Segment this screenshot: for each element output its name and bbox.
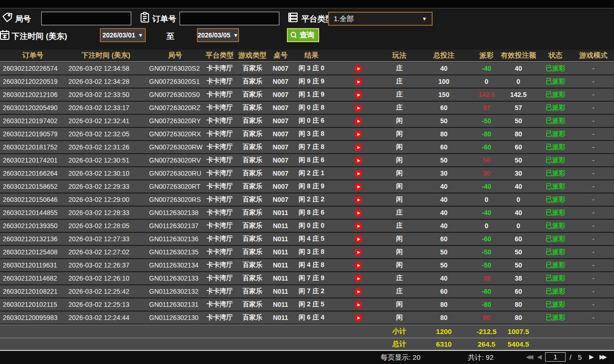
play-video-icon[interactable]: ▶ (354, 248, 362, 256)
order-id-cell: 260302120158652 (0, 183, 66, 190)
total-bet-cell: 50 (413, 248, 474, 256)
first-page-button[interactable]: ◀◀ (526, 353, 532, 360)
order-no-label: 订单号 (152, 14, 176, 24)
play-video-icon[interactable]: ▶ (354, 65, 362, 73)
order-id-cell: 260302120144855 (0, 209, 66, 216)
status-cell: 已派彩 (538, 182, 573, 191)
search-icon (290, 31, 298, 39)
round-id-cell: GN01126302137 (146, 222, 204, 230)
game-mode-cell: - (573, 222, 614, 230)
play-video-icon[interactable]: ▶ (354, 301, 362, 309)
video-replay-cell: ▶ (331, 248, 385, 256)
bet-time-cell: 2026-03-02 12:34:28 (66, 78, 146, 85)
result-cell: 闲 3 庄 8 (292, 130, 331, 138)
play-video-icon[interactable]: ▶ (354, 261, 362, 269)
play-video-icon[interactable]: ▶ (354, 91, 362, 99)
play-video-icon[interactable]: ▶ (354, 156, 362, 164)
video-replay-cell: ▶ (331, 183, 385, 191)
current-page-input[interactable] (545, 352, 566, 362)
bet-time-cell: 2026-03-02 12:28:05 (66, 222, 146, 230)
table-no-cell: N007 (270, 170, 292, 177)
grand-total-row: 总计6310264.55404.5 (0, 338, 614, 351)
platform-cell: 卡卡湾厅 (204, 261, 235, 269)
valid-bet-cell: 0 (499, 78, 538, 85)
page-size-label: 每页显示: 20 (381, 353, 420, 362)
play-video-icon[interactable]: ▶ (354, 170, 362, 178)
game-type-cell: 百家乐 (235, 287, 270, 296)
play-type-cell: 闲 (385, 300, 413, 309)
play-video-icon[interactable]: ▶ (354, 143, 362, 151)
round-no-input[interactable] (41, 12, 131, 25)
video-replay-cell: ▶ (331, 143, 385, 151)
column-header: 结果 (292, 51, 331, 60)
bet-time-cell: 2026-03-02 12:32:41 (66, 117, 146, 125)
next-page-button[interactable]: ▶ (589, 353, 594, 360)
table-body: 2603021202265742026-03-02 12:34:58GN0072… (0, 62, 614, 351)
result-cell: 闲 7 庄 8 (292, 143, 331, 151)
subtotal-row: 小计1200-212.51007.5 (0, 325, 614, 338)
play-video-icon[interactable]: ▶ (354, 275, 362, 282)
platform-cell: 卡卡湾厅 (204, 195, 235, 204)
order-no-input[interactable] (180, 12, 279, 25)
result-cell: 闲 7 庄 9 (292, 274, 331, 282)
play-video-icon[interactable]: ▶ (354, 209, 362, 217)
payout-cell: 30 (474, 170, 499, 177)
total-bet-cell: 40 (413, 196, 474, 203)
table-row: 2603021201662642026-03-02 12:30:10GN0072… (0, 167, 614, 180)
play-video-icon[interactable]: ▶ (354, 288, 362, 296)
payout-cell: 0 (474, 78, 499, 85)
order-id-cell: 260302120095983 (0, 314, 66, 321)
game-mode-cell: - (573, 261, 614, 269)
game-mode-cell: - (573, 196, 614, 203)
status-cell: 已派彩 (538, 77, 573, 86)
table-no-cell: N007 (270, 78, 292, 85)
play-type-cell: 闲 (385, 195, 413, 204)
platform-cell: 卡卡湾厅 (204, 130, 235, 138)
valid-bet-cell: 0 (499, 196, 538, 203)
play-video-icon[interactable]: ▶ (354, 130, 362, 138)
play-video-icon[interactable]: ▶ (354, 222, 362, 230)
search-button[interactable]: 查询 (287, 28, 319, 42)
valid-bet-cell: 50 (499, 261, 538, 269)
play-video-icon[interactable]: ▶ (354, 235, 362, 243)
round-id-cell: GN007263020S1 (146, 78, 204, 85)
status-cell: 已派彩 (538, 64, 573, 73)
last-page-button[interactable]: ▶▶ (599, 353, 605, 360)
play-video-icon[interactable]: ▶ (354, 183, 362, 191)
valid-bet-cell: 50 (499, 156, 538, 164)
payout-cell: -50 (474, 248, 499, 256)
table-row: 2603021201974022026-03-02 12:32:41GN0072… (0, 115, 614, 128)
prev-page-button[interactable]: ◀ (537, 353, 542, 360)
column-header: 桌号 (270, 51, 292, 60)
play-type-cell: 庄 (385, 222, 413, 230)
result-cell: 闲 4 庄 5 (292, 235, 331, 243)
table-no-cell: N007 (270, 196, 292, 203)
status-cell: 已派彩 (538, 169, 573, 178)
play-video-icon[interactable]: ▶ (354, 314, 362, 322)
column-header: 订单号 (0, 51, 66, 60)
grand-total-payout: 264.5 (474, 340, 499, 348)
date-from-picker[interactable]: 2026/03/01 ▼ (100, 28, 146, 42)
play-video-icon[interactable]: ▶ (354, 78, 362, 86)
play-type-cell: 闲 (385, 156, 413, 164)
total-bet-cell: 40 (413, 65, 474, 72)
column-header: 总投注 (413, 51, 474, 60)
order-id-cell: 260302120212106 (0, 91, 66, 98)
table-no-cell: N011 (270, 288, 292, 295)
total-count-label: 共计: 92 (468, 353, 494, 362)
status-cell: 已派彩 (538, 90, 573, 99)
total-bet-cell: 40 (413, 183, 474, 190)
bet-time-cell: 2026-03-02 12:29:33 (66, 183, 146, 190)
play-video-icon[interactable]: ▶ (354, 104, 362, 112)
valid-bet-cell: 50 (499, 117, 538, 125)
payout-cell: -50 (474, 117, 499, 125)
video-replay-cell: ▶ (331, 78, 385, 86)
platform-cell: 卡卡湾厅 (204, 313, 235, 322)
play-video-icon[interactable]: ▶ (354, 196, 362, 204)
play-video-icon[interactable]: ▶ (354, 117, 362, 125)
table-row: 2603021201146822026-03-02 12:26:10GN0112… (0, 272, 614, 285)
bet-time-cell: 2026-03-02 12:27:02 (66, 248, 146, 256)
date-to-picker[interactable]: 2026/03/05 ▼ (197, 28, 239, 42)
platform-type-select[interactable]: 1.全部 ▼ (328, 12, 433, 26)
video-replay-cell: ▶ (331, 196, 385, 204)
